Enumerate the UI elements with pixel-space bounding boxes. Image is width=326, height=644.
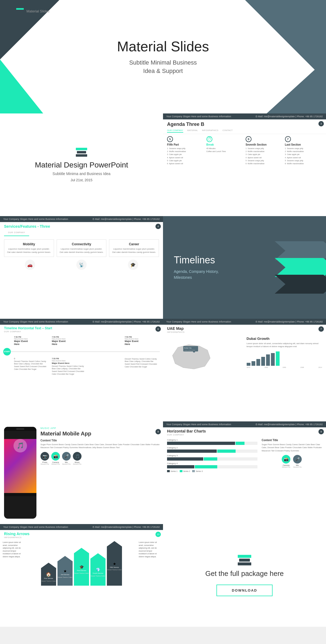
service-mobility-text: Liquorice marshmallow sugar plum powder.…: [7, 247, 51, 254]
service-career-text: Liquorice marshmallow sugar plum powder.…: [112, 247, 156, 254]
slide9-icons: 📸 Camera Dessert Pie 🎤 Mic Dessert Pie: [262, 455, 322, 468]
legend-3: Series 3: [192, 470, 203, 472]
event2-label: New Event Here: [52, 338, 86, 340]
slide7-title: UAE Map: [163, 325, 326, 331]
slide4-title: Services/Features - Three: [0, 222, 163, 229]
desc-3: Dessert Tiramisu Sweet Cotton Candy Bear…: [123, 357, 160, 369]
event-2: 7:53 PM New Event Here Major EventHere: [50, 335, 87, 347]
arrow-third: 🎓 Third Service Dessert Tiramisu Cotton: [74, 548, 89, 586]
event-1: 7:52 PM New Event Here Major EventHere: [13, 335, 49, 347]
cat3-bar1: [167, 457, 203, 461]
slide9-number: 9: [318, 429, 324, 434]
arrow-third-sub: Dessert Tiramisu Cotton: [74, 572, 89, 574]
slide-9-barcharts: Your Company Slogan Here and some Busine…: [163, 421, 326, 524]
tab-our-company[interactable]: OUR COMPANY: [167, 129, 183, 133]
arrow-1: [275, 241, 326, 260]
tl-item-6: 6 Seventh Section 1 Sesame snaps jelly2 …: [246, 136, 283, 165]
slide8-text: Sugar Plum Gummi Bears Candy Canes Danis…: [40, 443, 160, 449]
arrow-first-icon: 🏠: [46, 572, 51, 577]
bar-charts-area: Category 1 Category 2 Category 3: [167, 439, 257, 472]
mic-icon: 🎤: [62, 452, 71, 461]
slide11-layer1: [238, 555, 251, 558]
slide8-number: 8: [155, 429, 161, 434]
slide-1-title: Material Slides Material Slides Subtitle…: [0, 0, 326, 113]
slide9-right: Content Title Sugar Plum Gummi Bears Can…: [262, 439, 322, 472]
arrow-3: [275, 275, 326, 294]
legend-dot-2: [180, 470, 182, 472]
legend-dot-3: [192, 470, 195, 472]
legend: Series 1 Series 2 Series 3: [167, 470, 257, 472]
slide2-date: Jul 21st, 2015: [71, 178, 93, 182]
cat4-track: [167, 465, 257, 468]
arrow-third-body: 🎓 Third Service Dessert Tiramisu Cotton: [74, 553, 89, 586]
phone-app-icon: 🎵: [13, 439, 27, 452]
slide6-title: Timeline Horizontal Text – Start: [0, 325, 163, 331]
camera-label: Camera: [51, 461, 60, 463]
cat1-bar2: [236, 442, 245, 445]
slide8-app-label: Music App: [40, 427, 160, 430]
start-circle: START: [3, 348, 11, 355]
tl-item-7: 7 Last Section 1 Sesame snaps jelly2 Muf…: [285, 136, 322, 165]
slide6-number: 6: [155, 326, 161, 332]
service-career: Career Liquorice marshmallow sugar plum …: [109, 239, 159, 257]
arrow-third-label: Third Service: [77, 570, 86, 572]
camera-sublabel: Dessert Pie: [51, 463, 60, 465]
tl-num-6: 6: [246, 136, 252, 142]
mic-sublabel: Dessert Pie: [62, 463, 71, 465]
bar-1970: [247, 363, 250, 366]
tl-list-5: 1 Sesame snaps jelly2 Muffin marshmallow…: [167, 147, 204, 165]
slide-5-timelines: Timelines Agenda, Company History,Milest…: [163, 216, 326, 319]
tab-infographics[interactable]: INFOGRAPHICS: [202, 129, 218, 133]
layer-3: [76, 154, 87, 157]
legend-label-3: Series 3: [196, 470, 203, 472]
arrow-2: [275, 258, 326, 277]
slide10-header: Your Company Slogan Here and some Busine…: [0, 524, 163, 530]
tl-title-break: Break: [206, 143, 244, 146]
photo-label: Photo: [40, 461, 49, 463]
music-sublabel: Dessert Pie: [73, 463, 82, 465]
cat4-bar2: [195, 465, 218, 468]
event-3: 7:53 PM New Event Here Major EventHere: [123, 335, 160, 347]
slide9-title: Horizontal Bar Charts: [163, 427, 326, 434]
arrow-first-body: 🏠 First Service Dessert Tiramisu Cotton: [41, 568, 56, 586]
download-button[interactable]: DOWNLOAD: [216, 585, 273, 596]
cat1-bar1: [167, 442, 235, 445]
slide7-subtitle: INFOGRAPHICS: [163, 331, 326, 335]
slide4-number: 4: [155, 224, 161, 229]
phone-bottom: [4, 493, 36, 496]
slide9-content-title: Content Title: [262, 439, 322, 442]
slide10-title: Rising Arrows: [0, 530, 163, 536]
desc2-title: Major Event Here: [52, 362, 86, 364]
slide4-subtitle: OUR COMPANY: [4, 232, 29, 236]
event3-label: New Event Here: [125, 338, 158, 340]
arrow-first-head: [41, 563, 56, 568]
event3-title: Major EventHere: [125, 340, 158, 346]
desc1-num: 0: [14, 358, 48, 360]
arrow-second-sub: Dessert Tiramisu Cotton: [58, 576, 72, 578]
services-row: Mobility Liquorice marshmallow sugar plu…: [0, 236, 163, 258]
arrow-second: ★ 2nd Service Dessert Tiramisu Cotton: [57, 556, 73, 586]
slide2-logo: [76, 148, 87, 157]
desc2-time: 7:53 PM: [52, 358, 86, 360]
arrow-fifth-sub: Dessert Tiramisu Cotton: [107, 569, 122, 571]
service-connectivity-text: Liquorice marshmallow sugar plum powder.…: [60, 247, 104, 254]
slide6-subtitle: OUR COMPANY: [0, 331, 163, 334]
music-icon: 🎵: [73, 452, 82, 461]
icon-graduation: 🎓: [128, 260, 138, 270]
phone-speaker: [16, 428, 24, 430]
icon-wifi: 📡: [76, 260, 87, 270]
slide8-title: Material Mobile App: [40, 431, 160, 437]
category-4: Category 4: [167, 462, 257, 468]
music-label: Music: [73, 461, 82, 463]
icon-car: 🚗: [25, 260, 35, 270]
tab-material[interactable]: MATERIAL: [187, 129, 198, 133]
slide11-layer3: [238, 562, 251, 565]
arrow-fourth-sub: Dessert Tiramisu Cotton: [91, 575, 105, 577]
cat3-bar2: [204, 457, 217, 461]
tl-item-break: ⏱ Break 45 MinutesCoffee and Lunch Time: [206, 136, 244, 165]
slide10-text-right: Lorem ipsum dolor sit amet, consectetur …: [139, 541, 160, 558]
tab-contact[interactable]: CONTACT: [222, 129, 233, 133]
legend-2: Series 2: [180, 470, 190, 472]
timeline-top: 7:52 PM New Event Here Major EventHere 7…: [3, 335, 160, 347]
slide8-icons: 📷 Photo Dessert Pie 📸 Camera Dessert Pie…: [40, 452, 160, 465]
